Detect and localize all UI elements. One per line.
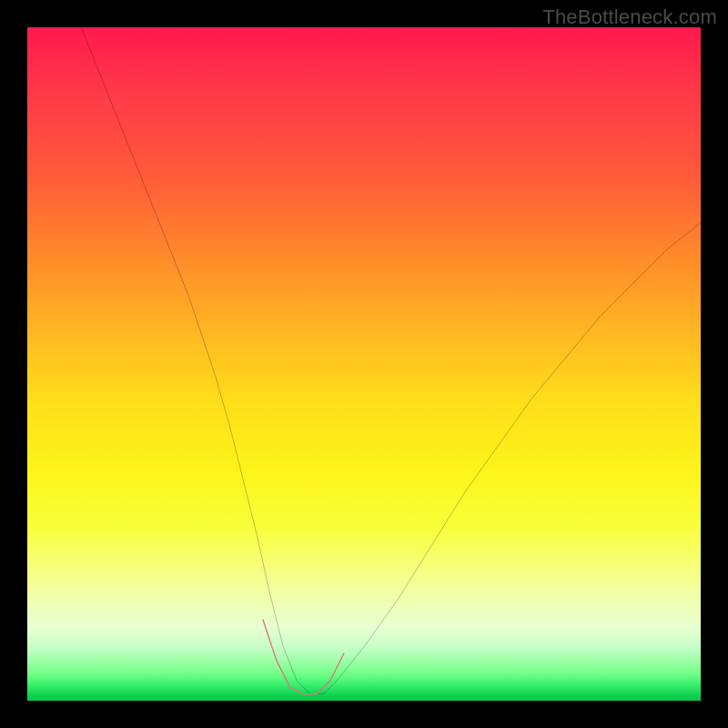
highlight-segment bbox=[263, 620, 344, 693]
bottleneck-curve bbox=[81, 27, 701, 694]
watermark-text: TheBottleneck.com bbox=[542, 5, 717, 29]
outer-frame: TheBottleneck.com bbox=[0, 0, 728, 728]
curve-layer bbox=[27, 27, 701, 701]
